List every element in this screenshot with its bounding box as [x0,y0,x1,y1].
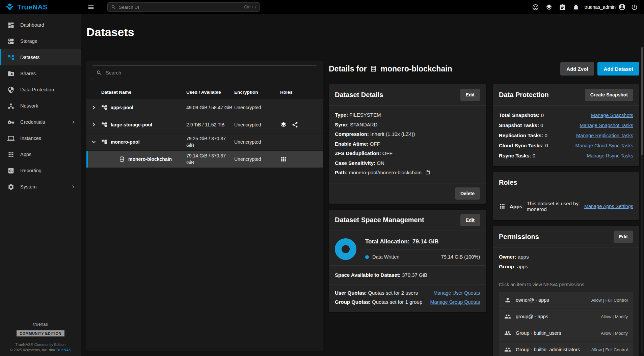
truenas-link[interactable]: TrueNAS [56,348,71,352]
sidebar-item-credentials[interactable]: Credentials [0,114,81,130]
permissions-card: Permissions Edit Owner: apps Group: apps… [493,226,639,356]
create-snapshot-button[interactable]: Create Snapshot [585,89,633,101]
permission-item-builtin-administrators[interactable]: Group - builtin_administrators Allow | F… [499,342,633,356]
sidebar-item-network[interactable]: Network [0,98,81,114]
permission-item-builtin-users[interactable]: Group - builtin_users Allow | Modify [499,325,633,342]
permissions-list: owner@ - apps Allow | Full Control group… [499,292,633,356]
expand-chevron-icon[interactable] [86,104,101,111]
scrollbar-thumb[interactable] [641,47,643,155]
field-value: ON [377,160,384,166]
dataset-row-monero-blockchain[interactable]: monero-blockchain 79.14 GiB / 370.37 GiB… [86,151,323,168]
field-label: ZFS Deduplication: [335,150,381,156]
field-value: Inherit (1.10x (LZ4)) [370,131,415,137]
edit-dataset-details-button[interactable]: Edit [460,89,480,101]
expand-chevron-icon[interactable] [86,121,101,128]
field-value: FILESYSTEM [349,112,381,118]
permission-who: Group - builtin_users [516,330,561,336]
dataset-tree-panel: Dataset Name Used / Available Encryption… [86,61,323,351]
hostname: truenas [0,322,81,327]
collapse-chevron-icon[interactable] [86,139,101,145]
search-icon [96,70,102,76]
page-scrollbar[interactable] [641,47,643,353]
sidebar-item-datasets[interactable]: Datasets [0,49,81,65]
datasets-tree-icon [7,54,15,61]
dataset-row-large-storage-pool[interactable]: large-storage-pool 2.9 TiB / 11.52 TiB U… [86,116,323,134]
user-quotas-label: User Quotas: [335,290,367,296]
dataset-search[interactable] [92,65,317,80]
dataset-search-input[interactable] [106,70,313,76]
card-title: Roles [499,179,517,186]
manage-snapshots-link[interactable]: Manage Snapshots [591,113,633,118]
manage-rsync-tasks-link[interactable]: Manage Rsync Tasks [587,153,633,158]
menu-toggle-button[interactable] [86,2,96,12]
dp-label: Replication Tasks: [499,132,543,138]
total-allocation-label: Total Allocation: [365,238,409,245]
power-icon [631,4,638,11]
sidebar-item-system[interactable]: System [0,179,81,195]
sidebar-item-reporting[interactable]: Reporting [0,162,81,179]
dp-value: 0 [533,153,535,158]
space-management-card: Dataset Space Management Edit Total Allo… [329,210,486,312]
group-icon [504,330,511,336]
dp-value: 0 [541,112,544,118]
dataset-details-card: Dataset Details Edit Type: FILESYSTEM Sy… [329,84,486,204]
manage-snapshot-tasks-link[interactable]: Manage Snapshot Tasks [580,123,633,128]
add-zvol-button[interactable]: Add Zvol [560,62,594,76]
delete-dataset-button[interactable]: Delete [455,187,480,200]
dp-value: 0 [545,143,548,148]
sidebar-item-apps[interactable]: Apps [0,146,81,162]
alerts-button[interactable] [571,2,581,12]
owner-value: apps [518,254,529,260]
copy-path-button[interactable] [425,170,430,175]
add-dataset-button[interactable]: Add Dataset [597,62,639,76]
storage-icon [7,38,15,45]
topbar: TrueNAS Ctrl + / truenas_admin [0,0,644,14]
sidebar-footer: truenas COMMUNITY EDITION TrueNAS® Commu… [0,322,81,356]
truenas-brand[interactable]: TrueNAS [0,3,81,11]
permission-item-owner[interactable]: owner@ - apps Allow | Full Control [499,292,633,308]
sidebar-item-label: Datasets [20,55,39,60]
feedback-button[interactable] [530,2,540,12]
permission-access: Allow | Full Control [591,347,628,352]
global-search[interactable]: Ctrl + / [107,2,260,12]
dataset-encryption: Unencrypted [234,122,275,127]
edit-space-button[interactable]: Edit [460,214,480,226]
dataset-row-monero-pool[interactable]: monero-pool 79.25 GiB / 370.37 GiB Unenc… [86,134,323,151]
column-roles: Roles [275,90,323,95]
sidebar-item-label: Dashboard [20,22,44,28]
details-title: Details for monero-blockchain [329,64,452,73]
user-quotas-value: Quotas set for 2 users [368,290,418,296]
manage-user-quotas-link[interactable]: Manage User Quotas [433,290,480,296]
network-hub-icon [7,102,15,110]
manage-group-quotas-link[interactable]: Manage Group Quotas [430,299,480,305]
global-search-input[interactable] [119,5,241,10]
apps-grid-icon [499,203,506,210]
sidebar-item-dashboard[interactable]: Dashboard [0,17,81,33]
permission-who: owner@ - apps [516,297,549,303]
jobs-button[interactable] [557,2,567,12]
edit-permissions-button[interactable]: Edit [614,231,633,243]
truecommand-button[interactable] [544,2,554,12]
sidebar-item-shares[interactable]: Shares [0,65,81,82]
manage-replication-tasks-link[interactable]: Manage Replication Tasks [576,133,633,138]
permission-item-group-at[interactable]: group@ - apps Allow | Modify [499,308,633,325]
power-button[interactable] [629,2,639,12]
edition-line: TrueNAS® Community Edition [0,343,81,347]
details-header: Details for monero-blockchain Add Zvol A… [329,62,639,76]
manage-apps-settings-link[interactable]: Manage Apps Settings [584,204,633,209]
dataset-encryption: Unencrypted [234,139,275,145]
search-icon [111,5,116,10]
dp-label: Snapshot Tasks: [499,122,539,128]
manage-cloud-sync-tasks-link[interactable]: Manage Cloud Sync Tasks [575,143,633,148]
dataset-row-apps-pool[interactable]: apps-pool 49.09 GiB / 58.47 GiB Unencryp… [86,99,323,116]
sidebar-item-label: Shares [20,71,36,76]
shared-folder-icon [7,70,15,77]
page-title: Datasets [86,26,644,39]
user-menu-button[interactable]: truenas_admin [584,3,626,11]
sidebar-item-data-protection[interactable]: Data Protection [0,82,81,98]
dataset-icon [101,122,107,128]
apps-role-icon [280,121,287,128]
sidebar-nav: Dashboard Storage Datasets Shares Data P… [0,14,81,195]
sidebar-item-storage[interactable]: Storage [0,33,81,49]
sidebar-item-instances[interactable]: Instances [0,130,81,146]
